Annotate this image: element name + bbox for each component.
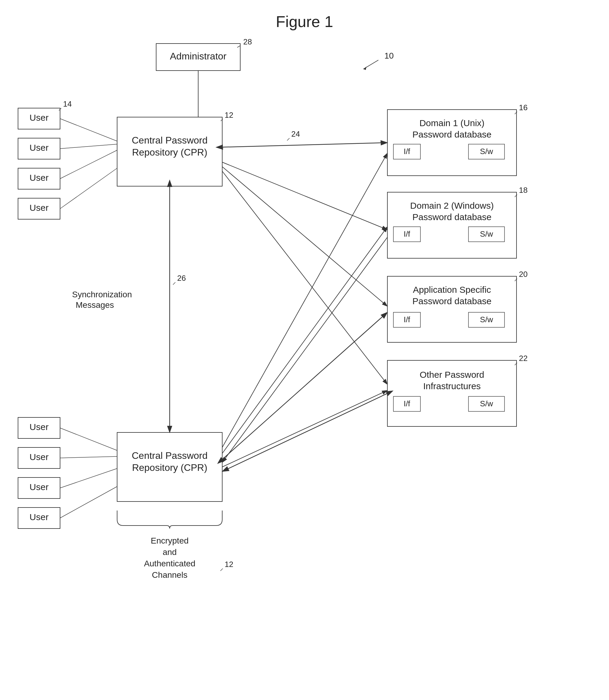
page-title: Figure 1: [276, 13, 333, 30]
sync-messages-label-1: Synchronization: [72, 290, 132, 299]
cpr-top-to-other: [222, 171, 387, 384]
encrypted-label-3: Authenticated: [144, 559, 195, 568]
user8-to-cpr-line: [60, 487, 117, 518]
domain1-id: 16: [519, 103, 528, 112]
user-top-4-label: User: [30, 203, 48, 213]
domain1-if-label: I/f: [404, 147, 410, 156]
cpr-bottom-label-1: Central Password: [132, 450, 208, 461]
app-specific-label-2: Password database: [412, 296, 492, 306]
other-pw-id: 22: [519, 354, 528, 363]
user-top-2-label: User: [30, 143, 48, 153]
other-pw-label-2: Infrastructures: [423, 381, 481, 391]
user-top-1-label: User: [30, 112, 48, 123]
user-bottom-4-label: User: [30, 512, 48, 522]
cpr-top-id: 12: [225, 110, 233, 120]
cpr-bottom-brace-id: 12: [225, 560, 233, 569]
cpr-domain1-arrow: [222, 143, 387, 147]
figure-number-10: 10: [384, 51, 394, 60]
other-sw-label: S/w: [480, 399, 493, 408]
domain2-if-label: I/f: [404, 229, 410, 239]
cpr-bottom-to-app: [222, 312, 387, 459]
domain1-label-2: Password database: [412, 129, 492, 139]
users-top-id: 14: [63, 100, 72, 108]
user-bottom-1-label: User: [30, 422, 48, 432]
administrator-label: Administrator: [170, 51, 227, 62]
user-bottom-2-label: User: [30, 452, 48, 462]
other-pw-label-1: Other Password: [419, 370, 484, 380]
admin-id: 28: [243, 37, 252, 46]
app-specific-label-1: Application Specific: [413, 285, 491, 295]
svg-marker-4: [363, 67, 366, 70]
brace-path: [117, 510, 222, 528]
cpr-bottom-label-2: Repository (CPR): [132, 462, 208, 473]
domain2-id: 18: [519, 186, 528, 195]
cpr-bottom-to-domain2: [222, 227, 387, 453]
encrypted-label-2: and: [163, 547, 177, 557]
sync-id: 26: [177, 274, 186, 283]
app-specific-id: 20: [519, 270, 528, 279]
other-to-cpr-bottom: [222, 393, 387, 471]
domain2-sw-label: S/w: [480, 229, 493, 239]
svg-line-14: [173, 282, 175, 285]
user1-to-cpr-line: [60, 119, 117, 141]
encrypted-label-1: Encrypted: [151, 536, 189, 545]
app-if-label: I/f: [404, 315, 410, 324]
user5-to-cpr-line: [60, 428, 117, 451]
svg-line-12: [287, 138, 290, 141]
app-sw-label: S/w: [480, 315, 493, 324]
cpr-bottom-to-domain1: [222, 153, 387, 448]
domain1-label-1: Domain 1 (Unix): [419, 118, 485, 128]
cpr-top-label-2: Repository (CPR): [132, 147, 208, 158]
domain1-sw-label: S/w: [480, 147, 493, 156]
encrypted-label-4: Channels: [152, 570, 187, 580]
cpr-top-to-domain2: [222, 162, 387, 230]
user-bottom-3-label: User: [30, 482, 48, 492]
user-top-3-label: User: [30, 173, 48, 182]
other-if-label: I/f: [404, 399, 410, 408]
svg-line-13: [221, 568, 223, 571]
domain2-label-2: Password database: [412, 212, 492, 222]
user2-to-cpr-line: [60, 144, 117, 148]
user7-to-cpr-line: [60, 469, 117, 488]
sync-messages-label-2: Messages: [76, 300, 114, 310]
cpr-top-label-1: Central Password: [132, 135, 208, 146]
domain2-label-1: Domain 2 (Windows): [410, 200, 494, 211]
cpr-top-to-app: [222, 167, 387, 306]
user6-to-cpr-line: [60, 456, 117, 458]
channel-24-label: 24: [291, 129, 300, 138]
